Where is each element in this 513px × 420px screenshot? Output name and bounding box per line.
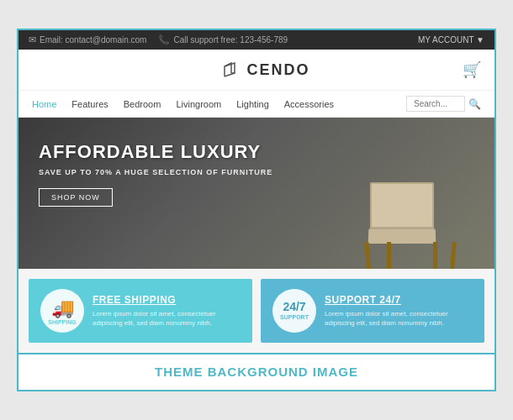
chair-back [370,182,434,228]
nav-links: Home Features Bedroom Livingroom Lightin… [32,99,334,109]
nav-lighting[interactable]: Lighting [236,99,269,109]
hero-content: AFFORDABLE LUXURY SAVE UP TO 70% A HUGE … [19,118,293,230]
email-icon: ✉ [29,34,36,45]
cart-button[interactable]: 🛒 [463,60,481,79]
svg-line-0 [225,73,235,76]
logo[interactable]: CENDO [218,58,309,81]
shipping-desc: Lorem ipsum dolor sit amet, consectetuer… [93,309,241,328]
nav-features[interactable]: Features [71,99,108,109]
hero-subtitle: SAVE UP TO 70% A HUGE SELECTION OF FURNI… [39,168,272,176]
support-desc: Lorem ipsum dolor sit amet, consectetuer… [325,309,473,328]
shipping-title: FREE SHIPPING [93,294,241,306]
search-area: 🔍 [406,96,481,112]
email-item: ✉ Email: contact@domain.com [29,34,146,45]
search-input[interactable] [406,96,465,112]
clock-top: 24/7 [280,301,309,313]
chair-leg-4 [450,242,457,269]
top-bar-left: ✉ Email: contact@domain.com 📞 Call suppo… [29,34,288,45]
shipping-truck-icon: 🚚 [51,297,74,319]
shop-now-button[interactable]: SHOP NOW [39,188,113,207]
shipping-text: FREE SHIPPING Lorem ipsum dolor sit amet… [93,294,241,328]
support-title: SUPPORT 24/7 [325,294,473,306]
chair-leg-2 [387,242,391,269]
main-container: ✉ Email: contact@domain.com 📞 Call suppo… [17,29,496,391]
logo-icon [218,58,241,81]
hero-title: AFFORDABLE LUXURY [39,141,272,163]
feature-support-card: 24/7 SUPPORT SUPPORT 24/7 Lorem ipsum do… [261,279,484,343]
phone-item: 📞 Call support free: 123-456-789 [158,34,288,45]
nav-bedroom[interactable]: Bedroom [124,99,161,109]
phone-icon: 📞 [158,34,170,45]
nav-home[interactable]: Home [32,99,56,109]
email-label: Email: contact@domain.com [40,35,146,45]
support-text: SUPPORT 24/7 Lorem ipsum dolor sit amet,… [325,294,473,328]
clock-bottom: SUPPORT [280,314,309,321]
account-button[interactable]: MY ACCOUNT ▼ [418,35,484,45]
chair-leg-3 [433,242,437,269]
bottom-label-bar: THEME BACKGROUND IMAGE [19,353,494,390]
nav-livingroom[interactable]: Livingroom [176,99,221,109]
top-bar: ✉ Email: contact@domain.com 📞 Call suppo… [19,30,494,50]
header: CENDO 🛒 [19,50,494,91]
features-section: 🚚 SHIPPING FREE SHIPPING Lorem ipsum dol… [19,269,494,353]
chair-seat [368,228,436,244]
hero-section: AFFORDABLE LUXURY SAVE UP TO 70% A HUGE … [19,118,494,269]
feature-shipping-card: 🚚 SHIPPING FREE SHIPPING Lorem ipsum dol… [29,279,252,343]
clock-face: 24/7 SUPPORT [280,301,309,320]
logo-text: CENDO [246,61,309,79]
shipping-icon-circle: 🚚 SHIPPING [40,289,84,333]
search-icon[interactable]: 🔍 [468,98,481,110]
hero-chair-illustration [352,134,461,269]
bottom-label-text: THEME BACKGROUND IMAGE [155,365,358,379]
phone-label: Call support free: 123-456-789 [173,35,288,45]
navigation: Home Features Bedroom Livingroom Lightin… [19,91,494,118]
shipping-label: SHIPPING [48,319,76,325]
chair-leg-1 [364,242,371,269]
nav-accessories[interactable]: Accessories [284,99,334,109]
support-icon-circle: 24/7 SUPPORT [272,289,316,333]
